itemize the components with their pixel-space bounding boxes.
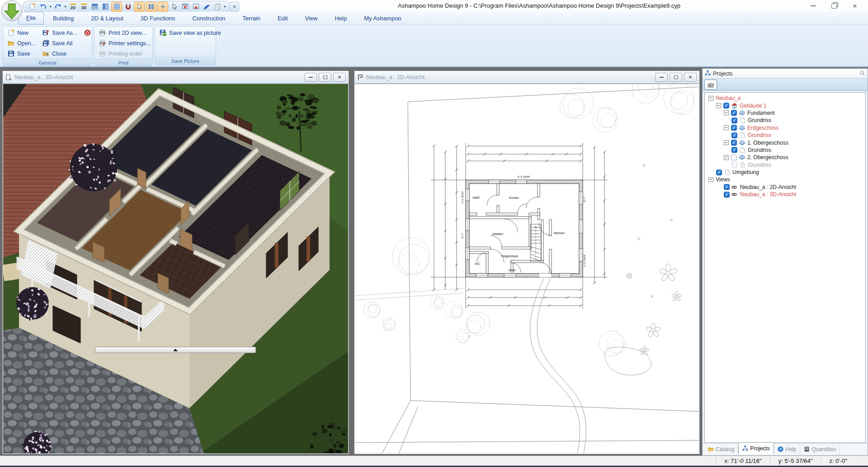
ashampoo-logo-icon[interactable] xyxy=(1,0,22,21)
ribbon-button-printing-order[interactable]: Printing order xyxy=(96,48,153,59)
panel-tab-catalog[interactable]: Catalog xyxy=(704,444,738,454)
tree-item-fundament[interactable]: ✓Fundament xyxy=(705,109,865,117)
tree-checkbox[interactable]: ✓ xyxy=(731,147,737,153)
copy-icon-dropdown[interactable]: ▼ xyxy=(223,2,227,11)
tree-item-geb-ude-1[interactable]: ✓Gebäude 1 xyxy=(705,102,865,109)
expander-icon[interactable] xyxy=(724,140,729,145)
tree-item-2-obergeschoss[interactable]: 2. Obergeschoss xyxy=(705,154,865,161)
ribbon-button-save-view-as-picture[interactable]: Save view as picture xyxy=(157,28,223,38)
snap-magnet-icon[interactable] xyxy=(123,2,133,11)
tree-checkbox[interactable]: ✓ xyxy=(731,125,737,131)
window-2d-restore-button[interactable] xyxy=(670,73,682,82)
smart-select-icon[interactable] xyxy=(134,2,145,12)
menu-tab-2d-layout[interactable]: 2D & Layout xyxy=(83,12,132,24)
tree-item-views[interactable]: Views xyxy=(705,176,865,183)
panel-tab-projects[interactable]: Projects xyxy=(738,442,774,454)
undo-icon[interactable] xyxy=(38,2,48,11)
menu-tab-construction[interactable]: Construction xyxy=(184,12,233,24)
maximize-button[interactable] xyxy=(824,0,844,12)
tree-item-umgebung[interactable]: ✓Umgebung xyxy=(705,169,865,176)
expander-icon[interactable] xyxy=(708,177,713,182)
window-3d-minimize-button[interactable] xyxy=(304,73,317,82)
tree-item-grundriss[interactable]: ✓Grundriss xyxy=(705,117,865,124)
ribbon-button-save-as[interactable]: Save As... xyxy=(40,28,80,38)
window-3d-titlebar[interactable]: Neubau_a : 3D-Ansicht ✕ xyxy=(3,71,349,84)
window-3d-close-button[interactable]: ✕ xyxy=(333,73,346,82)
copy-icon[interactable] xyxy=(212,2,222,11)
status-bar: x: 71'-0 11/16" y: 5'-5 37/64" z: 0'-0" xyxy=(0,456,868,466)
tree-item-1-obergeschoss[interactable]: ✓1. Obergeschoss xyxy=(705,139,865,146)
tree-checkbox[interactable]: ✓ xyxy=(731,132,737,138)
expander-icon[interactable] xyxy=(716,103,721,108)
ribbon-button-open[interactable]: Open... xyxy=(5,38,38,48)
window-2d-minimize-button[interactable] xyxy=(655,73,668,82)
window-3d-restore-button[interactable] xyxy=(319,73,331,82)
roof-view-icon[interactable] xyxy=(191,2,201,11)
window-2d-close-button[interactable]: ✕ xyxy=(684,73,697,82)
menu-tab-building[interactable]: Building xyxy=(45,12,82,24)
tree-checkbox[interactable]: ✓ xyxy=(723,103,729,108)
menu-tab-view[interactable]: View xyxy=(297,12,326,24)
ribbon-button-new[interactable]: New xyxy=(5,28,38,38)
view-3d-icon[interactable]: 3D xyxy=(79,2,89,11)
ribbon-button-save-all[interactable]: Save All xyxy=(40,38,80,48)
tree-checkbox[interactable]: ✓ xyxy=(716,170,722,175)
expander-icon[interactable] xyxy=(708,96,713,101)
tree-item-label: Views xyxy=(716,176,730,183)
guides-icon[interactable] xyxy=(146,2,156,12)
close-view-icon[interactable] xyxy=(180,2,190,11)
tree-item-neubau-a-3d-ansicht[interactable]: ✓3DNeubau_a : 3D-Ansicht xyxy=(705,191,865,198)
view-2d-icon[interactable]: 2D xyxy=(68,2,78,11)
new-document-icon[interactable] xyxy=(27,2,37,11)
crosshair-icon[interactable] xyxy=(157,2,168,12)
tree-checkbox[interactable] xyxy=(731,155,737,160)
split-vertical-icon[interactable] xyxy=(100,2,110,11)
tree-checkbox[interactable]: ✓ xyxy=(724,184,730,190)
grid-icon[interactable] xyxy=(111,2,122,12)
eraser-icon[interactable] xyxy=(202,2,212,11)
window-2d-titlebar[interactable]: Neubau_a : 2D-Ansicht ✕ xyxy=(354,71,699,84)
minimize-button[interactable] xyxy=(803,0,824,12)
undo-icon-dropdown[interactable]: ▼ xyxy=(48,2,52,11)
split-horizontal-icon[interactable] xyxy=(90,2,99,11)
tree-item-label: Neubau_a : 3D-Ansicht xyxy=(740,191,796,198)
tree-checkbox[interactable]: ✓ xyxy=(731,118,737,123)
tree-checkbox[interactable]: ✓ xyxy=(731,140,737,146)
close-button[interactable]: ✕ xyxy=(844,0,865,12)
tree-checkbox[interactable] xyxy=(731,162,737,168)
tree-checkbox[interactable]: ✓ xyxy=(724,192,730,198)
tree-item-grundriss[interactable]: ✓Grundriss xyxy=(705,146,865,154)
ribbon-button-printer-settings[interactable]: Printer settings... xyxy=(96,38,153,48)
menu-tab-file[interactable]: File xyxy=(18,12,44,24)
ribbon-button-save[interactable]: Save xyxy=(5,48,38,59)
redo-icon-dropdown[interactable]: ▼ xyxy=(63,2,67,11)
tree-item-label: Grundriss xyxy=(748,117,771,123)
tree-checkbox[interactable]: ✓ xyxy=(731,110,737,116)
tree-item-neubau-a-2d-ansicht[interactable]: ✓2DNeubau_a : 2D-Ansicht xyxy=(705,184,865,191)
tree-item-neubau-a[interactable]: Neubau_a xyxy=(705,94,865,102)
view-rotation-slider[interactable] xyxy=(95,347,256,353)
pointer-icon[interactable] xyxy=(169,2,179,11)
menu-tab-edit[interactable]: Edit xyxy=(269,12,296,24)
expander-icon[interactable] xyxy=(724,125,729,130)
menu-tab-my-ashampoo[interactable]: My Ashampoo xyxy=(356,12,409,24)
expander-icon[interactable] xyxy=(724,155,729,160)
panel-tab-help[interactable]: ?Help xyxy=(774,444,801,454)
tree-item-grundriss[interactable]: Grundriss xyxy=(705,161,865,169)
tree-item-grundriss[interactable]: ✓Grundriss xyxy=(705,132,865,139)
pin-icon[interactable] xyxy=(859,70,865,77)
window-title: Ashampoo Home Design 9 - C:\Program File… xyxy=(398,2,680,9)
rename-tool-button[interactable]: abl xyxy=(704,80,717,90)
redo-icon[interactable] xyxy=(53,2,63,11)
toolbar-options-icon[interactable] xyxy=(230,2,239,12)
panel-tab-quantities[interactable]: Quantities xyxy=(800,444,840,454)
tree-item-erdgeschoss[interactable]: ✓Erdgeschoss xyxy=(705,124,865,132)
ribbon-button-print-2d-view[interactable]: Print 2D view... xyxy=(96,28,153,38)
menu-tab-3d-functions[interactable]: 3D Functions xyxy=(132,12,184,24)
viewport-3d[interactable] xyxy=(3,84,348,453)
viewport-2d[interactable]: HWR Kochen Arbeiten Wohnen WC Treppenhau… xyxy=(355,84,699,453)
menu-tab-terrain[interactable]: Terrain xyxy=(234,12,269,24)
ribbon-button-close[interactable]: Close xyxy=(40,48,80,59)
expander-icon[interactable] xyxy=(724,110,729,115)
menu-tab-help[interactable]: Help xyxy=(326,12,355,24)
